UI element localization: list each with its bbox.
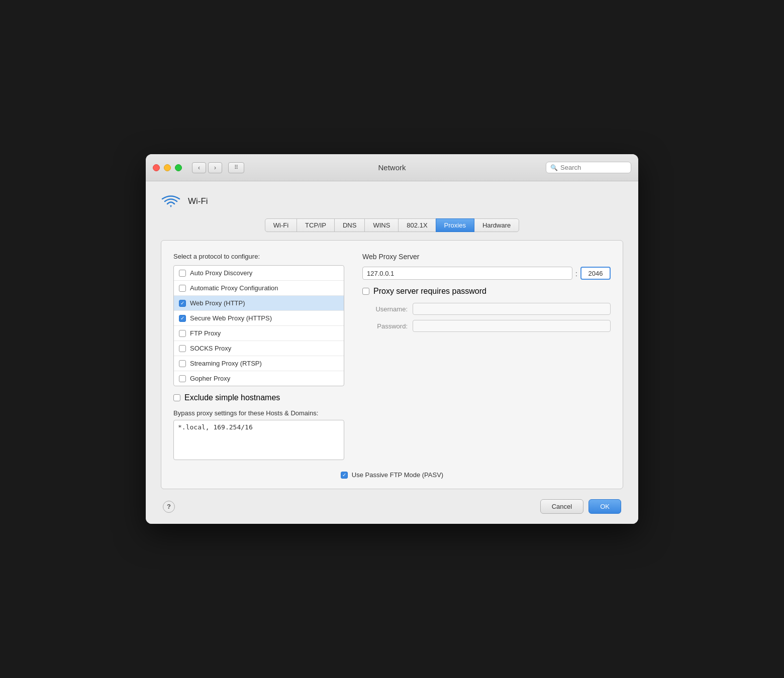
- checkbox-streaming[interactable]: [179, 360, 186, 367]
- maximize-button[interactable]: [175, 164, 182, 171]
- wifi-icon: [161, 193, 181, 209]
- checkbox-gopher[interactable]: [179, 375, 186, 382]
- left-section: Select a protocol to configure: Auto Pro…: [173, 253, 344, 462]
- password-input[interactable]: [413, 320, 611, 332]
- username-label: Username:: [362, 305, 408, 313]
- protocol-socks-label: SOCKS Proxy: [190, 345, 231, 352]
- protocol-streaming-label: Streaming Proxy (RTSP): [190, 360, 262, 367]
- checkbox-ftp[interactable]: [179, 330, 186, 337]
- tabs-bar: Wi-Fi TCP/IP DNS WINS 802.1X Proxies Har…: [161, 218, 623, 232]
- protocol-streaming[interactable]: Streaming Proxy (RTSP): [174, 356, 344, 371]
- main-window: ‹ › ⠿ Network 🔍 Wi-Fi: [146, 154, 638, 524]
- protocol-list: Auto Proxy Discovery Automatic Proxy Con…: [173, 265, 344, 386]
- exclude-hostnames-label: Exclude simple hostnames: [184, 393, 280, 402]
- tab-wifi[interactable]: Wi-Fi: [265, 218, 297, 232]
- wifi-label: Wi-Fi: [188, 196, 208, 206]
- protocol-web-https[interactable]: ✓ Secure Web Proxy (HTTPS): [174, 311, 344, 326]
- password-required-label: Proxy server requires password: [373, 287, 486, 296]
- ok-button[interactable]: OK: [589, 499, 621, 514]
- forward-button[interactable]: ›: [208, 162, 222, 173]
- checkbox-web-https[interactable]: ✓: [179, 315, 186, 322]
- checkbox-passive-ftp[interactable]: ✓: [341, 472, 348, 479]
- checkbox-socks[interactable]: [179, 345, 186, 352]
- protocol-auto-discovery-label: Auto Proxy Discovery: [190, 269, 252, 277]
- tab-wins[interactable]: WINS: [364, 218, 399, 232]
- wifi-header: Wi-Fi: [161, 193, 623, 209]
- action-buttons: Cancel OK: [540, 499, 621, 514]
- minimize-button[interactable]: [164, 164, 171, 171]
- protocol-auto-config-label: Automatic Proxy Configuration: [190, 284, 278, 292]
- right-section: Web Proxy Server : Proxy server requires…: [362, 253, 611, 462]
- protocol-ftp[interactable]: FTP Proxy: [174, 326, 344, 341]
- protocol-auto-config[interactable]: Automatic Proxy Configuration: [174, 281, 344, 296]
- protocol-section-label: Select a protocol to configure:: [173, 253, 344, 260]
- checkbox-password-required[interactable]: [362, 288, 369, 295]
- tab-dns[interactable]: DNS: [334, 218, 365, 232]
- search-icon: 🔍: [550, 164, 558, 171]
- traffic-lights: [153, 164, 182, 171]
- titlebar: ‹ › ⠿ Network 🔍: [146, 154, 638, 181]
- password-row-field: Password:: [362, 320, 611, 332]
- protocol-web-http-label: Web Proxy (HTTP): [190, 299, 245, 307]
- cancel-button[interactable]: Cancel: [540, 499, 583, 514]
- username-input[interactable]: [413, 303, 611, 315]
- protocol-socks[interactable]: SOCKS Proxy: [174, 341, 344, 356]
- passive-ftp-row: ✓ Use Passive FTP Mode (PASV): [173, 471, 611, 479]
- passive-ftp-label: Use Passive FTP Mode (PASV): [352, 471, 443, 479]
- grid-button[interactable]: ⠿: [228, 162, 244, 173]
- bypass-textarea[interactable]: *.local, 169.254/16: [173, 420, 344, 460]
- protocol-web-https-label: Secure Web Proxy (HTTPS): [190, 314, 272, 322]
- protocol-web-http[interactable]: ✓ Web Proxy (HTTP): [174, 296, 344, 311]
- password-required-row: Proxy server requires password: [362, 287, 611, 296]
- tab-tcpip[interactable]: TCP/IP: [297, 218, 335, 232]
- checkbox-auto-discovery[interactable]: [179, 270, 186, 277]
- server-row: :: [362, 267, 611, 280]
- back-button[interactable]: ‹: [192, 162, 206, 173]
- tab-8021x[interactable]: 802.1X: [398, 218, 436, 232]
- checkbox-auto-config[interactable]: [179, 285, 186, 292]
- protocol-gopher[interactable]: Gopher Proxy: [174, 371, 344, 386]
- content-area: Wi-Fi Wi-Fi TCP/IP DNS WINS 802.1X Proxi…: [146, 181, 638, 524]
- bypass-label: Bypass proxy settings for these Hosts & …: [173, 409, 344, 417]
- exclude-row: Exclude simple hostnames: [173, 393, 344, 402]
- footer: ? Cancel OK: [161, 499, 623, 514]
- server-ip-input[interactable]: [362, 267, 572, 280]
- proxy-server-label: Web Proxy Server: [362, 253, 611, 261]
- bottom-controls: Exclude simple hostnames Bypass proxy se…: [173, 393, 344, 462]
- tab-hardware[interactable]: Hardware: [474, 218, 519, 232]
- close-button[interactable]: [153, 164, 160, 171]
- server-port-input[interactable]: [580, 267, 611, 280]
- search-input[interactable]: [560, 164, 627, 171]
- protocol-auto-discovery[interactable]: Auto Proxy Discovery: [174, 266, 344, 281]
- search-bar[interactable]: 🔍: [546, 162, 631, 173]
- password-label: Password:: [362, 322, 408, 330]
- help-button[interactable]: ?: [163, 501, 175, 513]
- username-row: Username:: [362, 303, 611, 315]
- nav-buttons: ‹ ›: [192, 162, 222, 173]
- panel-body: Select a protocol to configure: Auto Pro…: [173, 253, 611, 462]
- colon-separator: :: [575, 269, 577, 278]
- window-title: Network: [378, 163, 406, 172]
- checkbox-exclude-hostnames[interactable]: [173, 394, 180, 401]
- main-panel: Select a protocol to configure: Auto Pro…: [161, 240, 623, 489]
- protocol-gopher-label: Gopher Proxy: [190, 375, 230, 382]
- tab-proxies[interactable]: Proxies: [436, 218, 474, 232]
- checkbox-web-http[interactable]: ✓: [179, 300, 186, 307]
- protocol-ftp-label: FTP Proxy: [190, 329, 221, 337]
